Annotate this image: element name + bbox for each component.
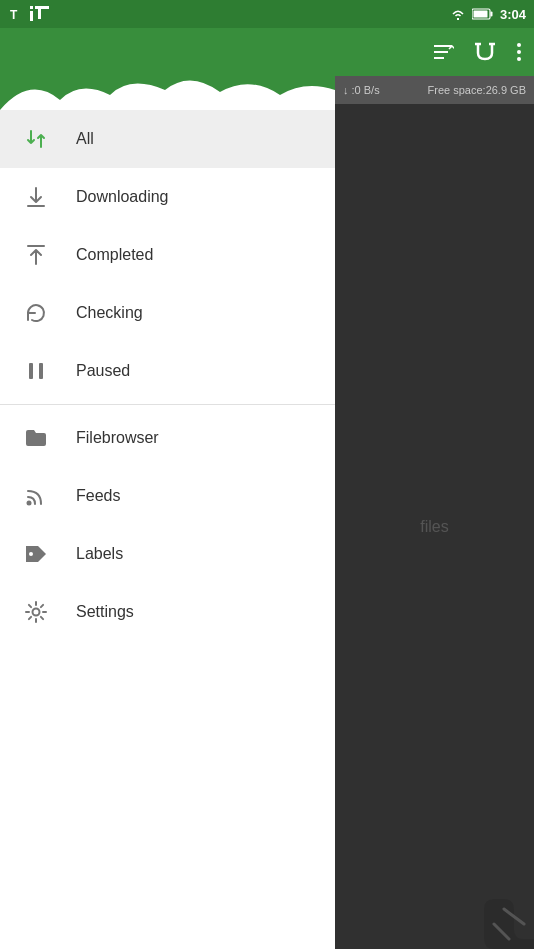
sidebar-item-filebrowser-label: Filebrowser — [76, 429, 159, 447]
svg-point-22 — [29, 552, 33, 556]
label-icon — [20, 538, 52, 570]
svg-rect-7 — [490, 12, 492, 17]
sidebar-item-checking-label: Checking — [76, 304, 143, 322]
sidebar-item-labels[interactable]: Labels — [0, 525, 335, 583]
magnet-icon[interactable] — [474, 41, 496, 63]
more-options-icon[interactable] — [516, 41, 522, 63]
svg-rect-20 — [39, 363, 43, 379]
sidebar-item-feeds-label: Feeds — [76, 487, 120, 505]
status-bar-left: T — [8, 6, 50, 22]
download-icon — [20, 181, 52, 213]
sidebar-item-downloading[interactable]: Downloading — [0, 168, 335, 226]
sidebar-item-all-label: All — [76, 130, 94, 148]
sidebar-item-labels-label: Labels — [76, 545, 123, 563]
status-bar-time: 3:04 — [500, 7, 526, 22]
sidebar-item-settings-label: Settings — [76, 603, 134, 621]
sidebar-item-downloading-label: Downloading — [76, 188, 169, 206]
svg-point-21 — [27, 501, 32, 506]
svg-rect-5 — [38, 6, 41, 19]
sort-icon[interactable] — [432, 41, 454, 63]
svg-rect-2 — [30, 6, 33, 9]
wifi-icon — [450, 7, 466, 21]
info-bar: ↓ :0 B/s Free space:26.9 GB — [335, 76, 534, 104]
app-icon-2 — [30, 6, 50, 22]
svg-rect-8 — [473, 11, 487, 18]
sidebar-item-feeds[interactable]: Feeds — [0, 467, 335, 525]
svg-point-14 — [517, 43, 521, 47]
sidebar-divider-1 — [0, 404, 335, 405]
sidebar-item-completed[interactable]: Completed — [0, 226, 335, 284]
main-toolbar — [0, 28, 534, 76]
sidebar-item-paused-label: Paused — [76, 362, 130, 380]
speed-text: ↓ :0 B/s — [343, 84, 380, 96]
gear-icon — [20, 596, 52, 628]
app-icon-1: T — [8, 6, 24, 22]
pause-icon — [20, 355, 52, 387]
sort-updown-icon — [20, 123, 52, 155]
free-space-text: Free space:26.9 GB — [428, 84, 526, 96]
folder-icon — [20, 422, 52, 454]
sidebar-item-filebrowser[interactable]: Filebrowser — [0, 409, 335, 467]
svg-point-15 — [517, 50, 521, 54]
cloud-decoration — [0, 70, 335, 110]
completed-icon — [20, 239, 52, 271]
sidebar-item-settings[interactable]: Settings — [0, 583, 335, 641]
refresh-icon — [20, 297, 52, 329]
svg-point-23 — [33, 609, 40, 616]
sidebar-item-paused[interactable]: Paused — [0, 342, 335, 400]
sidebar-item-checking[interactable]: Checking — [0, 284, 335, 342]
toolbar-icons — [432, 41, 522, 63]
svg-text:T: T — [10, 8, 18, 22]
sidebar-overlay[interactable] — [335, 28, 534, 949]
svg-rect-4 — [35, 6, 49, 9]
sidebar: All Downloading Completed — [0, 28, 335, 949]
sidebar-list: All Downloading Completed — [0, 110, 335, 949]
battery-icon — [472, 8, 494, 20]
svg-rect-3 — [30, 11, 33, 21]
status-bar: T 3:04 — [0, 0, 534, 28]
svg-rect-19 — [29, 363, 33, 379]
status-bar-right: 3:04 — [450, 7, 526, 22]
rss-icon — [20, 480, 52, 512]
svg-point-16 — [517, 57, 521, 61]
sidebar-item-all[interactable]: All — [0, 110, 335, 168]
sidebar-item-completed-label: Completed — [76, 246, 153, 264]
